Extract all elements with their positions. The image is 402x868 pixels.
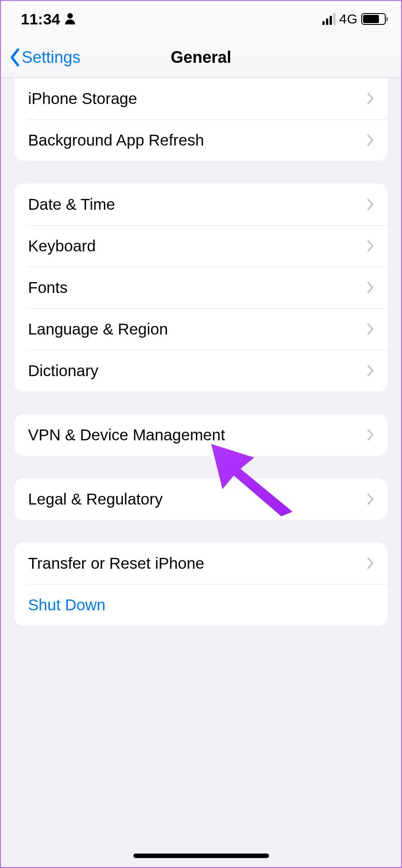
row-label: VPN & Device Management [28,426,225,444]
chevron-right-icon [367,364,374,377]
row-shut-down[interactable]: Shut Down [14,584,388,626]
row-language-region[interactable]: Language & Region [14,308,388,350]
chevron-right-icon [367,281,374,294]
home-indicator[interactable] [133,854,269,858]
row-label: Legal & Regulatory [28,490,163,508]
svg-point-0 [67,13,73,19]
row-label: Transfer or Reset iPhone [28,554,204,572]
settings-group-vpn: VPN & Device Management [14,414,388,456]
chevron-left-icon [9,48,21,66]
row-iphone-storage[interactable]: iPhone Storage [14,78,388,119]
row-legal-regulatory[interactable]: Legal & Regulatory [14,478,388,520]
back-button[interactable]: Settings [9,48,80,67]
row-label: iPhone Storage [28,90,137,108]
row-transfer-reset[interactable]: Transfer or Reset iPhone [14,542,388,584]
chevron-right-icon [367,240,374,252]
signal-icon [322,13,336,25]
row-label: Language & Region [28,320,168,338]
row-label: Keyboard [28,237,96,255]
row-label: Date & Time [28,195,115,213]
row-dictionary[interactable]: Dictionary [14,350,388,392]
row-vpn-device-management[interactable]: VPN & Device Management [14,414,388,456]
nav-bar: Settings General [1,37,401,78]
status-time: 11:34 [21,10,60,28]
chevron-right-icon [367,429,374,441]
row-keyboard[interactable]: Keyboard [14,225,388,267]
chevron-right-icon [367,493,374,505]
settings-group-reset: Transfer or Reset iPhoneShut Down [14,542,388,626]
status-bar: 11:34 4G [1,1,401,37]
settings-group-storage: iPhone StorageBackground App Refresh [14,78,388,161]
row-date-time[interactable]: Date & Time [14,184,388,225]
row-fonts[interactable]: Fonts [14,267,388,308]
row-label: Dictionary [28,362,99,380]
back-label: Settings [22,48,80,67]
settings-group-legal: Legal & Regulatory [14,478,388,520]
settings-group-locale: Date & TimeKeyboardFontsLanguage & Regio… [14,184,388,392]
row-label: Fonts [28,278,68,297]
chevron-right-icon [367,198,374,211]
chevron-right-icon [367,323,374,335]
battery-icon [361,13,386,25]
row-label: Background App Refresh [28,131,204,149]
chevron-right-icon [367,92,374,105]
profile-icon [65,10,76,28]
settings-content[interactable]: iPhone StorageBackground App RefreshDate… [1,78,401,867]
row-label: Shut Down [28,596,105,614]
chevron-right-icon [367,557,374,570]
chevron-right-icon [367,134,374,146]
network-label: 4G [339,11,358,27]
row-background-app-refresh[interactable]: Background App Refresh [14,119,388,161]
